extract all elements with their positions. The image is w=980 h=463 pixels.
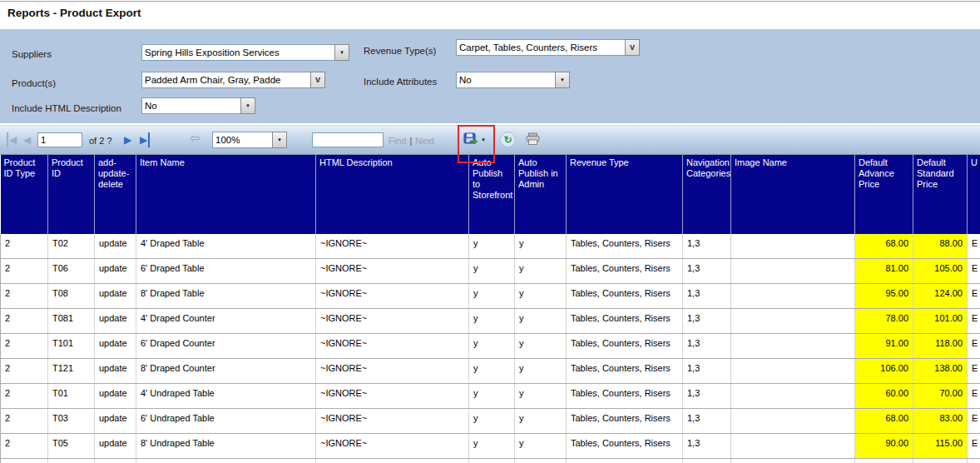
column-header: Item Name — [136, 155, 316, 234]
table-cell: T05 — [48, 434, 95, 459]
table-cell: E — [968, 259, 980, 284]
table-cell: T01 — [48, 384, 95, 409]
table-cell: Tables, Counters, Risers — [567, 434, 683, 459]
table-cell: Tables, Counters, Risers — [567, 359, 683, 384]
include-html-description-value: No — [141, 97, 240, 114]
column-header: Product ID — [48, 155, 95, 234]
revenue-types-select[interactable]: Carpet, Tables, Counters, Risers v — [456, 39, 640, 56]
last-page-icon[interactable]: ▶ — [140, 132, 150, 147]
dropdown-arrow-icon[interactable]: ▼ — [334, 44, 349, 61]
back-to-parent-icon[interactable]: ⇦ — [190, 131, 200, 146]
table-cell: 2 — [1, 309, 48, 334]
table-cell: 2 — [1, 259, 48, 284]
table-cell — [731, 359, 855, 384]
partial-row — [1, 459, 980, 463]
report-table: Product ID TypeProduct IDadd-update-dele… — [0, 155, 980, 463]
column-header: Navigation Categories — [683, 155, 731, 234]
page-number-input[interactable] — [37, 132, 82, 147]
table-cell: E — [968, 284, 980, 309]
table-cell: T101 — [48, 334, 95, 359]
table-cell: 95.00 — [855, 284, 913, 309]
print-icon[interactable] — [526, 132, 540, 146]
table-cell: Tables, Counters, Risers — [567, 309, 683, 334]
table-cell: ~IGNORE~ — [316, 409, 469, 434]
table-cell: update — [95, 334, 136, 359]
first-page-icon[interactable]: ◀ — [7, 132, 17, 147]
table-cell: 1,3 — [683, 434, 731, 459]
dropdown-arrow-icon[interactable]: ▼ — [555, 72, 570, 88]
multiselect-chevron-icon[interactable]: v — [310, 72, 325, 88]
products-select[interactable]: Padded Arm Chair, Gray, Padde v — [141, 72, 325, 88]
suppliers-select[interactable]: Spring Hills Exposition Services ▼ — [141, 44, 349, 61]
table-cell: E — [968, 384, 980, 409]
table-cell: 1,3 — [683, 259, 731, 284]
top-divider — [0, 1, 980, 2]
revenue-types-label: Revenue Type(s) — [364, 46, 436, 56]
previous-page-icon[interactable]: ◀ — [23, 132, 31, 147]
table-cell: 6' Draped Table — [136, 259, 316, 284]
table-cell: 105.00 — [913, 259, 968, 284]
table-cell: 78.00 — [855, 309, 913, 334]
table-cell: 138.00 — [913, 359, 968, 384]
table-cell: y — [469, 284, 515, 309]
table-cell: 1,3 — [683, 384, 731, 409]
table-cell: y — [515, 309, 567, 334]
include-html-description-select[interactable]: No ▼ — [141, 97, 255, 114]
table-cell: y — [469, 359, 515, 384]
table-row: 2T08update8' Draped Table~IGNORE~yyTable… — [1, 284, 980, 309]
table-cell: y — [469, 259, 515, 284]
table-cell: 88.00 — [913, 234, 968, 259]
table-cell: y — [469, 234, 515, 259]
table-cell — [731, 384, 855, 409]
find-next-links[interactable]: Find|Next — [389, 136, 434, 146]
page-count-label: of 2 ? — [89, 136, 112, 146]
next-page-icon[interactable]: ▶ — [124, 132, 131, 147]
table-cell: 2 — [1, 434, 48, 459]
include-attributes-select[interactable]: No ▼ — [456, 72, 570, 88]
reports-product-export-page: Reports - Product Export Suppliers Sprin… — [0, 0, 980, 463]
table-cell: T08 — [48, 284, 95, 309]
table-cell: 68.00 — [855, 234, 913, 259]
table-cell: T121 — [48, 359, 95, 384]
table-cell — [731, 234, 855, 259]
include-attributes-value: No — [456, 72, 555, 88]
find-input[interactable] — [312, 132, 384, 147]
multiselect-chevron-icon[interactable]: v — [625, 39, 640, 56]
table-row: 2T05update8' Undraped Table~IGNORE~yyTab… — [1, 434, 980, 459]
table-cell: y — [469, 409, 515, 434]
column-header: Image Name — [731, 155, 855, 234]
suppliers-label: Suppliers — [12, 49, 52, 59]
column-header: Revenue Type — [567, 155, 683, 234]
table-cell: y — [515, 259, 567, 284]
table-cell: y — [469, 309, 515, 334]
zoom-select[interactable]: 100% ▼ — [212, 132, 287, 148]
table-cell — [731, 309, 855, 334]
table-cell — [731, 434, 855, 459]
table-cell: y — [469, 434, 515, 459]
column-header: Product ID Type — [1, 155, 48, 234]
table-cell: 6' Undraped Table — [136, 409, 316, 434]
dropdown-arrow-icon[interactable]: ▼ — [240, 97, 255, 114]
table-cell — [731, 334, 855, 359]
table-header-row: Product ID TypeProduct IDadd-update-dele… — [1, 155, 980, 234]
table-cell: 1,3 — [683, 359, 731, 384]
table-cell: 60.00 — [855, 384, 913, 409]
dropdown-arrow-icon[interactable]: ▼ — [272, 132, 287, 148]
refresh-icon[interactable]: ↻ — [500, 132, 516, 147]
table-cell: ~IGNORE~ — [316, 259, 469, 284]
table-cell: T03 — [48, 409, 95, 434]
table-cell: E — [968, 359, 980, 384]
table-cell: T081 — [48, 309, 95, 334]
table-cell: 2 — [1, 359, 48, 384]
table-row: 2T01update4' Undraped Table~IGNORE~yyTab… — [1, 384, 980, 409]
include-attributes-label: Include Attributes — [364, 77, 437, 87]
table-cell: E — [968, 334, 980, 359]
table-cell: 8' Draped Table — [136, 284, 316, 309]
table-cell: update — [95, 359, 136, 384]
table-cell: y — [515, 334, 567, 359]
table-cell: 4' Draped Table — [136, 234, 316, 259]
table-cell: Tables, Counters, Risers — [567, 284, 683, 309]
table-cell: ~IGNORE~ — [316, 334, 469, 359]
table-cell: 6' Draped Counter — [136, 334, 316, 359]
find-link: Find — [389, 136, 406, 146]
